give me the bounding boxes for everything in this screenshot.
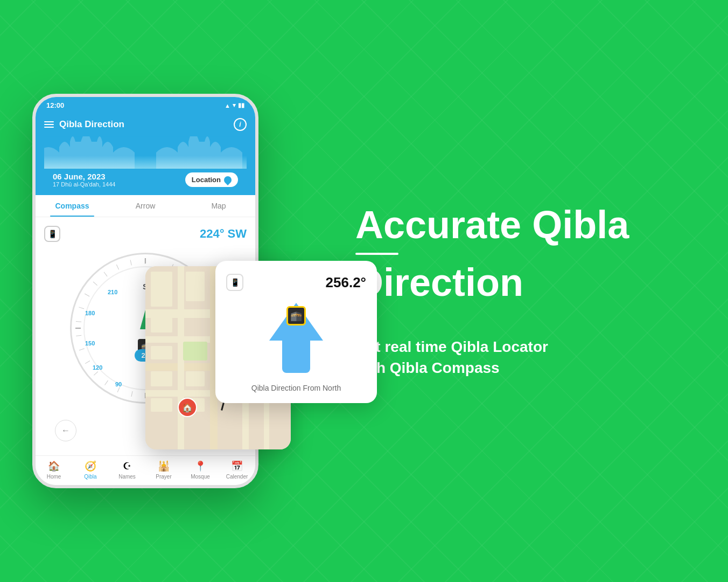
map-block8 — [151, 371, 172, 386]
bottom-navigation: 🏠 Home 🧭 Qibla ☪ Names 🕌 Prayer 📍 — [36, 455, 255, 485]
location-pin-icon — [222, 175, 233, 185]
app-title-left: Qibla Direction — [44, 119, 124, 130]
right-content: Accurate Qibla Direction Get real time Q… — [345, 204, 696, 379]
subtext: Get real time Qibla Locatorwith Qibla Co… — [355, 336, 696, 378]
nav-prayer-label: Prayer — [156, 474, 171, 480]
prayer-icon: 🕌 — [158, 460, 170, 472]
location-btn-label: Location — [192, 176, 221, 184]
hamburger-menu[interactable] — [44, 121, 54, 128]
signal-icon: ▲ — [225, 102, 230, 109]
nav-prayer[interactable]: 🕌 Prayer — [145, 460, 182, 480]
date-main: 06 June, 2023 — [53, 172, 115, 181]
svg-line-31 — [129, 260, 132, 265]
map-block1 — [151, 272, 172, 307]
svg-line-20 — [105, 380, 108, 385]
date-location-row: 06 June, 2023 17 Dhū al-Qa'dah, 1444 Loc… — [44, 169, 247, 195]
status-bar: 12:00 ▲ ▾ ▮▮ — [36, 97, 255, 114]
nav-calendar[interactable]: 📅 Calender — [219, 460, 255, 480]
kaaba-on-arrow-icon: 🕋 — [286, 306, 306, 325]
home-icon: 🏠 — [48, 460, 60, 472]
map-user-pin: 🏠 — [178, 398, 197, 417]
headline: Accurate Qibla Direction — [355, 204, 696, 304]
mosque-area — [44, 136, 247, 169]
deg-label-120: 120 — [93, 364, 102, 371]
svg-line-24 — [76, 334, 81, 337]
svg-line-25 — [76, 321, 81, 322]
qibla-from-north-label: Qibla Direction From North — [251, 384, 341, 392]
headline-divider — [355, 253, 398, 255]
nav-mosque-label: Mosque — [191, 474, 210, 480]
svg-line-28 — [93, 282, 98, 286]
svg-line-27 — [85, 294, 90, 296]
deg-label-210: 210 — [108, 289, 117, 295]
tab-map[interactable]: Map — [182, 195, 255, 217]
nav-mosque[interactable]: 📍 Mosque — [182, 460, 219, 480]
date-hijri: 17 Dhū al-Qa'dah, 1444 — [53, 181, 115, 188]
map-block2 — [186, 272, 205, 301]
svg-line-30 — [116, 265, 120, 269]
arrow-body — [282, 341, 310, 373]
compass-header: 📱 224° SW — [44, 226, 247, 242]
tab-compass[interactable]: Compass — [36, 195, 109, 217]
headline-line1: Accurate Qibla — [355, 204, 696, 246]
tabs-row: Compass Arrow Map — [36, 195, 255, 217]
location-button[interactable]: Location — [185, 172, 238, 187]
compass-degrees-text: 224° SW — [200, 227, 247, 241]
svg-line-21 — [94, 371, 97, 376]
svg-line-23 — [79, 348, 85, 351]
arrow-card-header: 📱 256.2° — [226, 274, 366, 291]
headline-line2: Direction — [355, 261, 696, 304]
map-block11 — [151, 398, 172, 412]
app-title-row: Qibla Direction i — [44, 118, 247, 131]
app-title: Qibla Direction — [59, 119, 124, 130]
svg-line-18 — [131, 391, 132, 397]
tab-arrow[interactable]: Arrow — [109, 195, 182, 217]
map-park-block — [183, 342, 207, 361]
svg-line-19 — [117, 387, 120, 392]
nav-home-label: Home — [47, 474, 61, 480]
info-button[interactable]: i — [234, 118, 247, 131]
deg-label-90: 90 — [115, 381, 122, 387]
vibrate-icon[interactable]: 📱 — [44, 226, 60, 242]
phone-wrapper: 12:00 ▲ ▾ ▮▮ Qibla Direction — [32, 94, 312, 488]
prev-arrow-button[interactable]: ← — [55, 420, 76, 441]
date-info: 06 June, 2023 17 Dhū al-Qa'dah, 1444 — [53, 172, 115, 188]
status-time: 12:00 — [46, 101, 64, 109]
deg-label-150: 150 — [85, 340, 95, 347]
app-header: Qibla Direction i 06 June, 2023 — [36, 114, 255, 195]
blue-arrow-container: 🕋 — [269, 303, 323, 373]
main-container: 12:00 ▲ ▾ ▮▮ Qibla Direction — [0, 0, 728, 582]
svg-line-29 — [103, 272, 108, 276]
arrow-card-phone-icon[interactable]: 📱 — [226, 274, 243, 291]
status-icons: ▲ ▾ ▮▮ — [225, 102, 244, 109]
deg-label-180: 180 — [85, 310, 95, 316]
arrow-card: 📱 256.2° 🕋 Qibla Direction From North — [215, 261, 377, 403]
map-block6 — [151, 346, 172, 359]
svg-line-26 — [79, 307, 84, 309]
nav-qibla[interactable]: 🧭 Qibla — [72, 460, 109, 480]
nav-home[interactable]: 🏠 Home — [36, 460, 72, 480]
blue-qibla-arrow: 🕋 — [269, 303, 323, 373]
names-icon: ☪ — [123, 460, 131, 472]
arrow-degrees: 256.2° — [326, 274, 366, 291]
qibla-icon: 🧭 — [85, 460, 96, 472]
map-block4 — [151, 317, 172, 332]
nav-calendar-label: Calender — [226, 474, 248, 480]
calendar-icon: 📅 — [231, 460, 243, 472]
map-block9 — [186, 371, 205, 386]
mosque-icon: 📍 — [194, 460, 206, 472]
svg-line-22 — [85, 360, 90, 364]
battery-icon: ▮▮ — [238, 102, 244, 109]
nav-names-label: Names — [118, 474, 136, 480]
nav-qibla-label: Qibla — [84, 474, 96, 480]
wifi-icon: ▾ — [233, 102, 236, 109]
nav-names[interactable]: ☪ Names — [109, 460, 145, 480]
